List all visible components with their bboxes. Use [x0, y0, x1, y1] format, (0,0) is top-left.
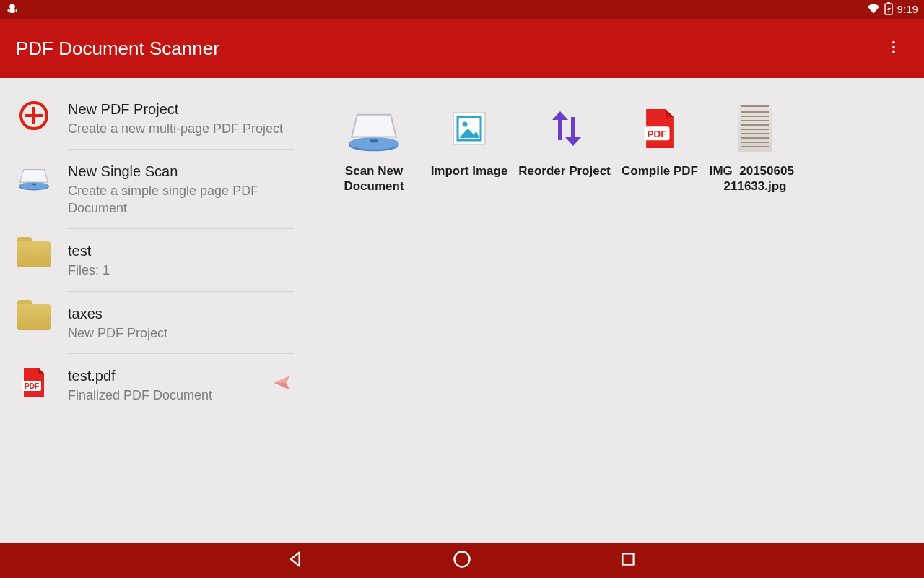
send-icon — [271, 372, 293, 397]
status-time: 9:19 — [897, 4, 918, 15]
back-button[interactable] — [282, 546, 310, 575]
navigation-bar — [0, 543, 924, 578]
svg-rect-7 — [887, 2, 890, 4]
svg-rect-16 — [32, 184, 36, 185]
svg-rect-1 — [9, 9, 15, 13]
svg-point-27 — [455, 552, 470, 567]
sidebar-item-pdf-test[interactable]: PDF test.pdf Finalized PDF Document — [0, 353, 310, 415]
sidebar-item-new-pdf-project[interactable]: New PDF Project Create a new multi-page … — [0, 87, 310, 149]
svg-rect-2 — [8, 9, 9, 12]
recents-square-icon — [619, 550, 637, 571]
sidebar-item-folder-taxes[interactable]: taxes New PDF Project — [0, 291, 310, 353]
folder-icon — [13, 303, 55, 330]
svg-point-8 — [892, 41, 895, 44]
sidebar-item-title: test — [68, 243, 297, 259]
overflow-menu-button[interactable] — [879, 34, 908, 63]
sidebar-item-title: test.pdf — [68, 368, 268, 384]
grid-item-label: Compile PDF — [612, 163, 707, 178]
plus-circle-icon — [13, 98, 55, 131]
sidebar-item-title: New Single Scan — [68, 163, 297, 180]
status-bar: 9:19 — [0, 0, 924, 19]
recents-button[interactable] — [614, 546, 642, 575]
grid-item-import-image[interactable]: Import Image — [422, 98, 517, 194]
pdf-file-icon: PDF — [612, 98, 707, 159]
svg-point-24 — [463, 122, 468, 127]
svg-rect-21 — [370, 139, 378, 142]
reorder-icon — [517, 98, 612, 159]
home-button[interactable] — [448, 546, 476, 575]
svg-rect-3 — [16, 9, 17, 12]
sidebar-item-folder-test[interactable]: test Files: 1 — [0, 228, 310, 290]
wifi-icon — [867, 2, 880, 17]
grid-item-reorder-project[interactable]: Reorder Project — [517, 98, 612, 194]
svg-text:PDF: PDF — [25, 382, 39, 390]
svg-point-9 — [892, 46, 895, 48]
content-area: Scan New Document Import Image Reorder P… — [310, 78, 924, 543]
home-circle-icon — [452, 549, 472, 572]
svg-point-20 — [349, 137, 398, 150]
action-grid: Scan New Document Import Image Reorder P… — [326, 98, 908, 209]
grid-item-label: Scan New Document — [326, 163, 422, 194]
grid-item-scan-new-document[interactable]: Scan New Document — [326, 98, 422, 194]
svg-rect-28 — [622, 553, 633, 564]
sidebar-item-subtitle: Create a new multi-page PDF Project — [68, 121, 297, 137]
sidebar-item-subtitle: Create a simple single page PDF Document — [68, 183, 297, 217]
folder-icon — [13, 240, 55, 267]
android-debug-icon — [6, 2, 19, 17]
svg-point-15 — [19, 183, 49, 190]
app-title: PDF Document Scanner — [16, 38, 219, 60]
grid-item-label: IMG_20150605_211633.jpg — [707, 163, 803, 194]
sidebar-item-subtitle: New PDF Project — [68, 325, 297, 342]
back-icon — [286, 549, 306, 572]
grid-item-label: Reorder Project — [517, 163, 612, 178]
sidebar-item-subtitle: Finalized PDF Document — [68, 387, 268, 404]
main-area: New PDF Project Create a new multi-page … — [0, 78, 924, 543]
send-button[interactable] — [268, 372, 297, 397]
battery-icon — [884, 2, 893, 17]
more-vert-icon — [886, 39, 902, 58]
grid-item-label: Import Image — [422, 163, 517, 178]
pdf-file-icon: PDF — [13, 365, 55, 398]
sidebar-item-new-single-scan[interactable]: New Single Scan Create a simple single p… — [0, 149, 310, 228]
app-bar: PDF Document Scanner — [0, 19, 924, 78]
sidebar-item-title: New PDF Project — [68, 101, 297, 118]
scanner-icon — [326, 98, 422, 159]
svg-text:PDF: PDF — [647, 129, 666, 139]
document-thumbnail-icon — [707, 98, 803, 159]
sidebar-item-title: taxes — [68, 306, 297, 322]
image-icon — [422, 98, 517, 159]
sidebar: New PDF Project Create a new multi-page … — [0, 78, 310, 543]
svg-point-10 — [892, 51, 895, 53]
scanner-icon — [13, 160, 55, 192]
svg-rect-13 — [25, 114, 43, 117]
grid-item-compile-pdf[interactable]: PDF Compile PDF — [612, 98, 707, 194]
sidebar-item-subtitle: Files: 1 — [68, 262, 297, 279]
grid-item-photo-thumbnail[interactable]: IMG_20150605_211633.jpg — [707, 98, 803, 194]
